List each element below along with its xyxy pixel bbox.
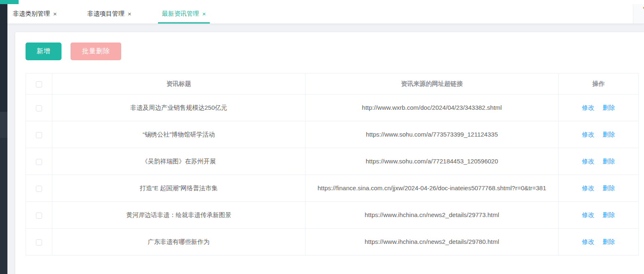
edit-link[interactable]: 修改 xyxy=(582,238,594,245)
header-title: 资讯标题 xyxy=(52,73,306,94)
news-title: 打造“E 起国潮”网络普法市集 xyxy=(52,175,306,202)
table-row: “锡绣公社”博物馆研学活动 https://www.sohu.com/a/773… xyxy=(26,121,639,148)
news-url: https://www.sohu.com/a/773573399_1211243… xyxy=(306,121,559,148)
row-checkbox[interactable] xyxy=(36,239,42,246)
row-checkbox[interactable] xyxy=(36,159,42,165)
close-tab-icon[interactable]: × xyxy=(202,11,206,17)
table-row: 广东非遗有哪些新作为 https://www.ihchina.cn/news2_… xyxy=(26,229,639,255)
table-row: 黄河岸边话非遗：绘就非遗传承新图景 https://www.ihchina.cn… xyxy=(26,202,639,229)
open-tabs: 非遗类别管理 × 非遗项目管理 × 最新资讯管理 × xyxy=(7,4,633,24)
close-tab-icon[interactable]: × xyxy=(128,11,132,17)
news-url: https://finance.sina.com.cn/jjxw/2024-04… xyxy=(306,175,559,202)
table-row: 《吴韵祥瑞图》在苏州开展 https://www.sohu.com/a/7721… xyxy=(26,148,639,175)
tab-label: 非遗项目管理 xyxy=(87,10,125,18)
select-all-checkbox[interactable] xyxy=(36,81,42,87)
tab-label: 非遗类别管理 xyxy=(13,10,50,18)
row-checkbox[interactable] xyxy=(36,132,42,138)
tab-bar-right-area xyxy=(633,4,644,24)
edit-link[interactable]: 修改 xyxy=(582,131,594,138)
news-management-panel: 新增 批量删除 资讯标题 资讯来源的网址超链接 操作 非遗及周边产业销售规模达2… xyxy=(15,32,644,274)
delete-link[interactable]: 删除 xyxy=(603,238,615,245)
news-table: 资讯标题 资讯来源的网址超链接 操作 非遗及周边产业销售规模达250亿元 htt… xyxy=(26,73,639,255)
close-tab-icon[interactable]: × xyxy=(53,11,57,17)
header-actions: 操作 xyxy=(559,73,639,94)
add-button[interactable]: 新增 xyxy=(26,43,61,60)
news-title: “锡绣公社”博物馆研学活动 xyxy=(52,121,306,148)
sidebar-collapsed xyxy=(0,4,7,274)
news-url: https://www.sohu.com/a/772184453_1205960… xyxy=(306,148,559,175)
sidebar-segment-active xyxy=(0,112,7,138)
news-url: https://www.ihchina.cn/news2_details/297… xyxy=(306,229,559,255)
row-checkbox[interactable] xyxy=(36,186,42,192)
header-url: 资讯来源的网址超链接 xyxy=(306,73,559,94)
news-title: 非遗及周边产业销售规模达250亿元 xyxy=(52,94,306,121)
row-checkbox[interactable] xyxy=(36,213,42,219)
header-select-cell xyxy=(26,73,52,94)
news-title: 黄河岸边话非遗：绘就非遗传承新图景 xyxy=(52,202,306,229)
batch-delete-button[interactable]: 批量删除 xyxy=(71,43,121,60)
delete-link[interactable]: 删除 xyxy=(603,211,615,218)
loading-progress-bar xyxy=(0,0,19,4)
tab-heritage-project[interactable]: 非遗项目管理 × xyxy=(83,4,136,24)
edit-link[interactable]: 修改 xyxy=(582,184,594,191)
delete-link[interactable]: 删除 xyxy=(603,131,615,138)
tab-heritage-category[interactable]: 非遗类别管理 × xyxy=(9,4,61,24)
tab-latest-news[interactable]: 最新资讯管理 × xyxy=(158,4,210,24)
delete-link[interactable]: 删除 xyxy=(603,104,615,111)
sidebar-segment-top xyxy=(0,4,7,112)
edit-link[interactable]: 修改 xyxy=(582,211,594,218)
news-url: http://www.wxrb.com/doc/2024/04/23/34338… xyxy=(306,94,559,121)
table-header-row: 资讯标题 资讯来源的网址超链接 操作 xyxy=(26,73,639,94)
delete-link[interactable]: 删除 xyxy=(603,184,615,191)
tab-bar: 非遗类别管理 × 非遗项目管理 × 最新资讯管理 × xyxy=(0,0,644,24)
delete-link[interactable]: 删除 xyxy=(603,158,615,165)
table-row: 打造“E 起国潮”网络普法市集 https://finance.sina.com… xyxy=(26,175,639,202)
news-title: 《吴韵祥瑞图》在苏州开展 xyxy=(52,148,306,175)
news-title: 广东非遗有哪些新作为 xyxy=(52,229,306,255)
row-checkbox[interactable] xyxy=(36,105,42,111)
table-row: 非遗及周边产业销售规模达250亿元 http://www.wxrb.com/do… xyxy=(26,94,639,121)
edit-link[interactable]: 修改 xyxy=(582,158,594,165)
edit-link[interactable]: 修改 xyxy=(582,104,594,111)
news-url: https://www.ihchina.cn/news2_details/297… xyxy=(306,202,559,229)
tab-label: 最新资讯管理 xyxy=(162,10,199,18)
